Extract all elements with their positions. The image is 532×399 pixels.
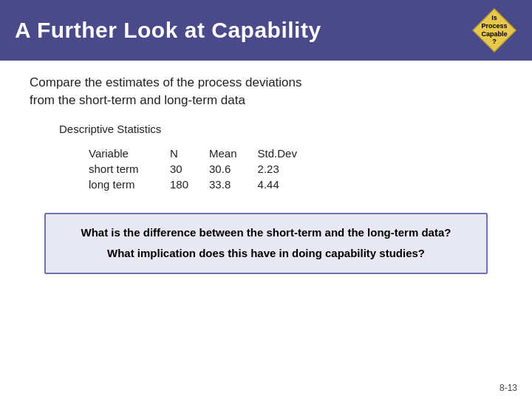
subtitle-line1: Compare the estimates of the process dev… [30,75,302,89]
col-header-n: N [170,146,209,161]
row2-stddev: 4.44 [258,177,318,192]
col-header-mean: Mean [209,146,258,161]
row1-stddev: 2.23 [258,161,318,177]
header: A Further Look at Capability IsProcessCa… [0,0,532,61]
col-header-variable: Variable [89,146,170,161]
page-title: A Further Look at Capability [15,18,321,43]
table-row: short term 30 30.6 2.23 [89,161,318,177]
svg-marker-0 [473,9,516,52]
section-label: Descriptive Statistics [59,123,502,135]
page-number: 8-13 [499,383,517,393]
subtitle: Compare the estimates of the process dev… [30,74,502,109]
page: A Further Look at Capability IsProcessCa… [0,0,532,399]
bottom-box: What is the difference between the short… [44,213,488,274]
col-header-stddev: Std.Dev [258,146,318,161]
bottom-question1: What is the difference between the short… [64,225,468,242]
bottom-question2: What implication does this have in doing… [64,245,468,262]
row2-n: 180 [170,177,209,192]
row2-mean: 33.8 [209,177,258,192]
row2-variable: long term [89,177,170,192]
row1-mean: 30.6 [209,161,258,177]
row1-n: 30 [170,161,209,177]
badge: IsProcessCapable? [471,7,517,53]
main-content: Compare the estimates of the process dev… [0,61,532,282]
stats-table: Variable N Mean Std.Dev short term 30 30… [89,146,502,192]
row1-variable: short term [89,161,170,177]
subtitle-line2: from the short-term and long-term data [30,93,245,107]
table-row: long term 180 33.8 4.44 [89,177,318,192]
